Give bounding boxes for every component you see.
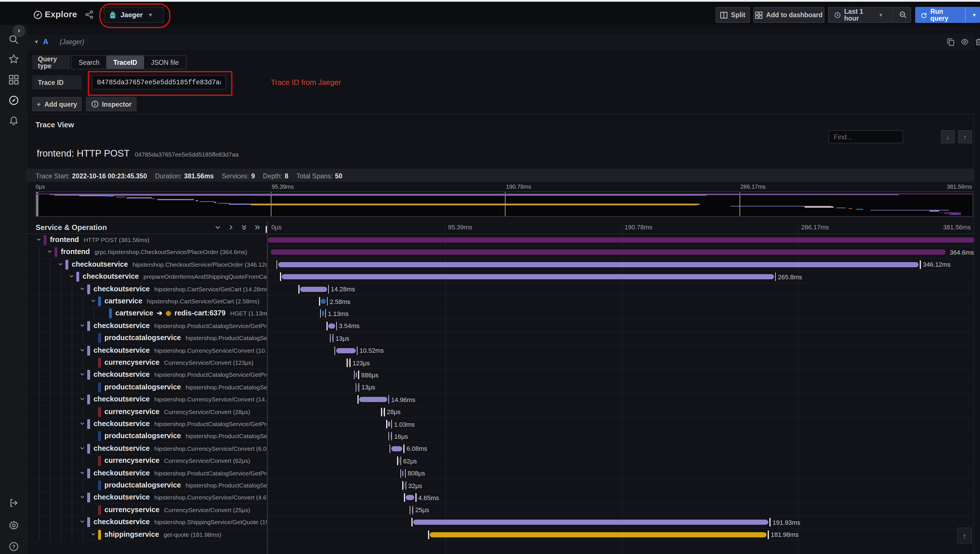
span-duration-bar[interactable] <box>328 323 335 329</box>
span-duration-bar[interactable] <box>430 532 767 537</box>
span-collapse-chevron-icon[interactable] <box>80 372 85 377</box>
trace-span-row[interactable]: checkoutservicehipstershop.ProductCatalo… <box>26 418 974 430</box>
span-bar-cell[interactable]: 123μs <box>268 357 974 368</box>
trace-span-row[interactable]: checkoutservicehipstershop.ProductCatalo… <box>26 369 974 381</box>
split-button[interactable]: Split <box>715 7 750 23</box>
trace-span-row[interactable]: checkoutservicehipstershop.ShippingServi… <box>26 516 974 529</box>
span-collapse-chevron-icon[interactable] <box>80 396 85 401</box>
span-collapse-chevron-icon[interactable] <box>80 347 85 352</box>
explore-compass-icon[interactable] <box>9 95 19 105</box>
run-query-dropdown[interactable]: ▼ <box>969 8 979 22</box>
span-bar-cell[interactable]: 181.98ms <box>268 529 974 540</box>
scroll-to-top-button[interactable]: ↑ <box>957 528 972 544</box>
span-duration-bar[interactable] <box>300 287 327 291</box>
span-bar-cell[interactable]: 364.6ms <box>268 246 974 258</box>
trace-span-row[interactable]: checkoutservicehipstershop.CartService/G… <box>26 283 974 295</box>
span-collapse-chevron-icon[interactable] <box>80 519 85 524</box>
help-icon[interactable]: ? <box>9 541 19 552</box>
duplicate-query-icon[interactable] <box>947 38 955 46</box>
inspector-button[interactable]: Inspector <box>86 97 137 111</box>
trace-span-row[interactable]: cartservicehipstershop.CartService/GetCa… <box>26 295 974 308</box>
span-bar-cell[interactable]: 808μs <box>268 467 974 479</box>
expand-one-icon[interactable] <box>228 224 234 231</box>
span-collapse-chevron-icon[interactable] <box>80 421 85 426</box>
trace-span-row[interactable]: checkoutservicehipstershop.CurrencyServi… <box>26 492 974 504</box>
expand-all-icon[interactable] <box>254 224 260 231</box>
trace-minimap[interactable] <box>35 191 973 217</box>
span-bar-cell[interactable]: 265.8ms <box>268 271 974 282</box>
span-bar-cell[interactable]: 346.12ms <box>268 259 974 271</box>
span-duration-bar[interactable] <box>282 274 774 279</box>
span-duration-bar[interactable] <box>360 397 387 402</box>
span-duration-bar[interactable] <box>399 458 400 463</box>
span-collapse-chevron-icon[interactable] <box>58 261 63 267</box>
trace-span-row[interactable]: currencyserviceCurrencyService/Convert (… <box>26 406 974 418</box>
span-collapse-chevron-icon[interactable] <box>91 298 96 303</box>
trace-span-row[interactable]: checkoutservicehipstershop.CurrencyServi… <box>26 443 974 455</box>
collapse-all-icon[interactable] <box>241 224 247 231</box>
span-collapse-chevron-icon[interactable] <box>47 249 52 254</box>
tab-json-file[interactable]: JSON file <box>144 56 186 69</box>
run-query-button[interactable]: Run query <box>916 8 962 22</box>
trace-span-row[interactable]: productcatalogservicehipstershop.Product… <box>26 479 974 492</box>
span-bar-cell[interactable]: 10.52ms <box>268 344 974 356</box>
settings-gear-icon[interactable] <box>9 520 19 530</box>
span-duration-bar[interactable] <box>391 446 403 451</box>
span-bar-cell[interactable]: 28μs <box>268 406 974 417</box>
span-bar-cell[interactable]: 886μs <box>268 369 974 381</box>
span-bar-cell[interactable]: 191.93ms <box>268 516 974 528</box>
trace-span-row[interactable]: shippingserviceget-quote (181.98ms)181.9… <box>26 529 974 541</box>
span-bar-cell[interactable] <box>268 234 974 246</box>
trace-span-row[interactable]: currencyserviceCurrencyService/Convert (… <box>26 357 974 369</box>
span-duration-bar[interactable] <box>336 348 355 353</box>
tab-search[interactable]: Search <box>72 56 107 69</box>
trace-span-row[interactable]: checkoutservicehipstershop.CheckoutServi… <box>26 259 974 271</box>
span-collapse-chevron-icon[interactable] <box>80 446 85 451</box>
span-collapse-chevron-icon[interactable] <box>80 495 85 500</box>
trace-span-row[interactable]: cartservice➔redis-cart:6379HGET (1.13ms)… <box>26 308 974 320</box>
span-bar-cell[interactable]: 14.28ms <box>268 283 974 295</box>
delete-query-trash-icon[interactable] <box>975 38 980 46</box>
span-duration-bar[interactable] <box>321 299 326 304</box>
span-duration-bar[interactable] <box>406 495 414 500</box>
trace-span-row[interactable]: currencyserviceCurrencyService/Convert (… <box>26 455 974 467</box>
span-bar-cell[interactable]: 62μs <box>268 455 974 466</box>
trace-span-row[interactable]: currencyserviceCurrencyService/Convert (… <box>26 504 974 516</box>
span-collapse-chevron-icon[interactable] <box>80 323 85 328</box>
search-icon[interactable] <box>9 34 19 45</box>
time-range-button[interactable]: Last 1 hour ▼ <box>829 8 889 22</box>
span-duration-bar[interactable] <box>322 311 324 316</box>
span-bar-cell[interactable]: 13μs <box>268 332 974 344</box>
minimap-drag-handle[interactable] <box>36 192 38 216</box>
trace-span-row[interactable]: productcatalogservicehipstershop.Product… <box>26 430 974 443</box>
trace-span-row[interactable]: checkoutservicehipstershop.ProductCatalo… <box>26 320 974 332</box>
disable-query-eye-icon[interactable] <box>961 38 969 46</box>
span-duration-bar[interactable] <box>413 520 768 525</box>
trace-span-row[interactable]: checkoutservicehipstershop.CurrencyServi… <box>26 344 974 357</box>
span-bar-cell[interactable]: 16μs <box>268 430 974 442</box>
trace-span-row[interactable]: checkoutserviceprepareOrderItemsAndShipp… <box>26 271 974 283</box>
find-prev-button[interactable]: ↑ <box>958 130 972 143</box>
dashboards-icon[interactable] <box>9 75 19 85</box>
span-bar-cell[interactable]: 2.58ms <box>268 295 974 307</box>
span-duration-bar[interactable] <box>348 360 349 365</box>
zoom-out-time-button[interactable] <box>896 8 911 22</box>
span-duration-bar[interactable] <box>271 250 946 255</box>
span-duration-bar[interactable] <box>278 262 919 267</box>
collapse-chevron-icon[interactable]: ▼ <box>34 39 39 45</box>
span-bar-cell[interactable]: 25μs <box>268 504 974 516</box>
starred-icon[interactable] <box>9 54 19 64</box>
span-collapse-chevron-icon[interactable] <box>91 531 96 536</box>
span-duration-bar[interactable] <box>268 237 974 243</box>
span-duration-bar[interactable] <box>355 373 357 378</box>
alerting-bell-icon[interactable] <box>9 116 19 126</box>
find-next-button[interactable]: ↓ <box>941 130 955 143</box>
span-duration-bar[interactable] <box>388 422 390 427</box>
find-input[interactable] <box>829 130 903 143</box>
trace-span-row[interactable]: checkoutservicehipstershop.CurrencyServi… <box>26 393 974 406</box>
query-row-header[interactable]: ▼ A (Jaeger) <box>26 34 974 50</box>
trace-span-row[interactable]: productcatalogservicehipstershop.Product… <box>26 381 974 394</box>
span-bar-cell[interactable]: 3.54ms <box>268 320 974 332</box>
span-collapse-chevron-icon[interactable] <box>80 470 85 475</box>
span-bar-cell[interactable]: 1.13ms <box>268 308 974 320</box>
